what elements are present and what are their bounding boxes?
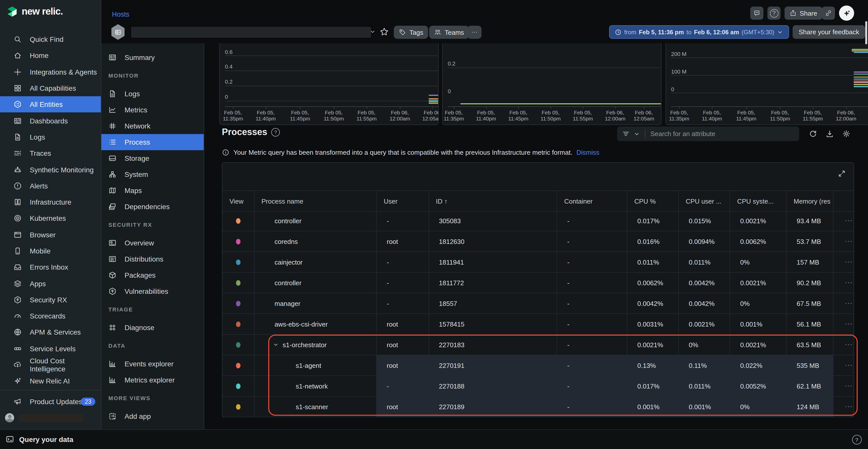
col-memory[interactable]: Memory (res (786, 191, 833, 211)
new-relic-logo[interactable]: new relic. (6, 6, 63, 17)
subnav-item-distributions[interactable]: Distributions (101, 251, 204, 267)
nav-item-errors-inbox[interactable]: Errors Inbox (0, 259, 101, 276)
row-actions-button[interactable] (843, 241, 854, 242)
table-row[interactable]: controller - 1811772 - 0.0062% 0.0042% 0… (222, 272, 854, 293)
network-grid-icon (108, 122, 117, 130)
dismiss-link[interactable]: Dismiss (576, 149, 599, 156)
table-row-expandable[interactable]: s1-orchestrator root 2270183 - 0.0021% 0… (222, 334, 854, 355)
share-button[interactable]: Share (784, 6, 822, 20)
table-row[interactable]: aws-ebs-csi-driver root 1578415 - 0.0031… (222, 314, 854, 334)
col-id-sorted[interactable]: ID ↑ (429, 191, 557, 211)
subnav-item-add-app[interactable]: Add app (101, 408, 204, 424)
query-your-data-button[interactable]: Query your data (5, 435, 73, 444)
nav-item-service-levels[interactable]: Service Levels (0, 341, 101, 357)
row-actions-button[interactable] (843, 385, 854, 387)
settings-gear-button[interactable] (842, 129, 850, 138)
host-selector-chevron-icon[interactable] (370, 29, 376, 35)
nav-item-apps[interactable]: Apps (0, 276, 101, 292)
nav-item-synthetic-monitoring[interactable]: Synthetic Monitoring (0, 161, 101, 178)
subnav-item-storage[interactable]: Storage (101, 150, 204, 166)
process-color-dot (236, 218, 241, 224)
table-row-child[interactable]: s1-network - 2270188 - 0.017% 0.011% 0.0… (222, 376, 854, 396)
table-row[interactable]: cainjector - 1811941 - 0.011% 0.011% 0% … (222, 252, 854, 272)
col-cpu[interactable]: CPU % (627, 191, 679, 211)
expand-table-button[interactable] (838, 170, 845, 178)
nav-item-infrastructure[interactable]: Infrastructure (0, 194, 101, 211)
table-row-child[interactable]: s1-scanner root 2270189 - 0.001% 0.001% … (222, 396, 854, 417)
table-row-child[interactable]: s1-agent root 2270191 - 0.13% 0.11% 0.02… (222, 355, 854, 376)
subnav-item-network[interactable]: Network (101, 118, 204, 134)
subnav-item-dependencies[interactable]: Dependencies (101, 198, 204, 215)
nav-item-product-updates[interactable]: Product Updates 23 (0, 394, 100, 409)
nav-item-quick-find[interactable]: Quick Find (0, 31, 101, 47)
subnav-item-system[interactable]: System (101, 166, 204, 183)
row-actions-button[interactable] (843, 220, 854, 222)
nav-item-security-rx[interactable]: Security RX (0, 292, 101, 308)
row-actions-button[interactable] (843, 365, 854, 366)
subnav-item-overview[interactable]: Overview (101, 235, 204, 251)
copy-link-button[interactable] (822, 6, 835, 20)
table-row[interactable]: coredns root 1812630 - 0.016% 0.0094% 0.… (222, 231, 854, 252)
row-actions-button[interactable] (843, 344, 854, 346)
nav-item-apm-services[interactable]: APM & Services (0, 324, 101, 341)
subnav-item-diagnose[interactable]: Diagnose (101, 320, 204, 335)
nav-item-all-entities[interactable]: All Entities (0, 96, 101, 113)
nav-item-all-capabilities[interactable]: All Capabilities (0, 80, 101, 96)
teams-button[interactable]: Teams (429, 26, 469, 39)
more-options-button[interactable] (467, 26, 482, 39)
time-range-picker[interactable]: from Feb 5, 11:36 pm to Feb 6, 12:06 am … (609, 25, 789, 39)
subnav-item-process[interactable]: Process (101, 134, 204, 150)
row-actions-button[interactable] (843, 282, 854, 284)
nav-item-browser[interactable]: Browser (0, 226, 101, 243)
user-account-row[interactable] (0, 410, 100, 425)
comment-feedback-button[interactable] (750, 6, 764, 20)
host-selector-input[interactable] (130, 26, 372, 39)
nav-item-kubernetes[interactable]: Kubernetes (0, 211, 101, 227)
nav-item-new-relic-ai[interactable]: New Relic AI (0, 373, 101, 389)
attribute-search-input[interactable] (645, 130, 799, 137)
row-actions-button[interactable] (843, 303, 854, 304)
subnav-item-metrics-explorer[interactable]: Metrics explorer (101, 372, 204, 388)
nav-item-alerts[interactable]: Alerts (0, 178, 101, 194)
series-line (851, 51, 868, 52)
subnav-item-summary[interactable]: Summary (101, 50, 204, 65)
nav-item-traces[interactable]: Traces (0, 145, 101, 161)
ai-assistant-button[interactable] (839, 5, 854, 21)
subnav-item-packages[interactable]: Packages (101, 267, 204, 283)
subnav-item-vulnerabilities[interactable]: Vulnerabilities (101, 283, 204, 299)
subnav-item-metrics[interactable]: Metrics (101, 102, 204, 118)
refresh-button[interactable] (809, 129, 817, 138)
subnav-item-maps[interactable]: Maps (101, 183, 204, 198)
row-actions-button[interactable] (843, 323, 854, 325)
col-cpu-system[interactable]: CPU syste... (730, 191, 786, 211)
filter-dropdown-button[interactable] (617, 130, 645, 137)
row-actions-button[interactable] (843, 261, 854, 263)
help-question-icon[interactable]: ? (271, 128, 280, 136)
nav-item-mobile[interactable]: Mobile (0, 243, 101, 259)
tags-button[interactable]: Tags (394, 26, 428, 39)
favorite-star-icon[interactable] (380, 27, 389, 36)
nav-item-integrations[interactable]: Integrations & Agents (0, 64, 101, 80)
nav-item-dashboards[interactable]: Dashboards (0, 113, 101, 129)
table-row[interactable]: controller - 305083 - 0.017% 0.015% 0.00… (222, 211, 854, 231)
col-process-name[interactable]: Process name (254, 191, 377, 211)
col-user[interactable]: User (377, 191, 429, 211)
nav-item-scorecards[interactable]: Scorecards (0, 308, 101, 324)
nav-item-cloud-cost[interactable]: Cloud Cost Intelligence (0, 357, 101, 373)
nav-item-logs[interactable]: Logs (0, 129, 101, 146)
col-view[interactable]: View (222, 191, 254, 211)
col-cpu-user[interactable]: CPU user ... (679, 191, 730, 211)
help-button[interactable]: ? (767, 6, 780, 20)
col-container[interactable]: Container (557, 191, 627, 211)
share-feedback-button[interactable]: Share your feedback (793, 25, 865, 39)
footer-help-button[interactable]: ? (852, 435, 862, 445)
download-button[interactable] (826, 129, 834, 138)
table-row[interactable]: manager - 18557 - 0.0042% 0.0042% 0% 67.… (222, 293, 854, 314)
breadcrumb[interactable]: Hosts (112, 10, 129, 18)
subnav-item-events-explorer[interactable]: Events explorer (101, 356, 204, 372)
subnav-item-logs[interactable]: Logs (101, 86, 204, 102)
scrollbar-thumb[interactable] (865, 21, 867, 44)
row-actions-button[interactable] (843, 406, 854, 408)
collapse-chevron-icon[interactable] (273, 342, 279, 348)
nav-item-home[interactable]: Home (0, 47, 101, 64)
